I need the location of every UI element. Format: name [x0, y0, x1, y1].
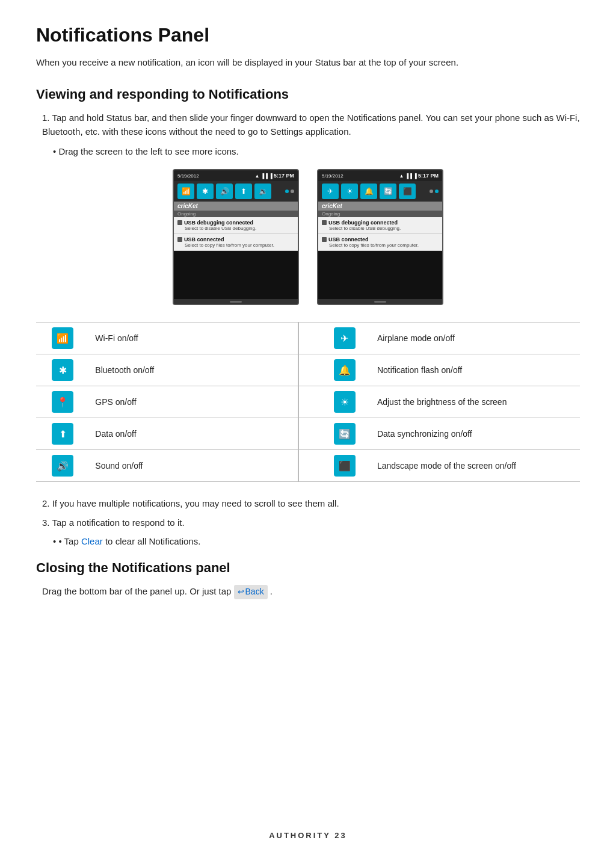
- closing-text-prefix: Drag the bottom bar of the panel up. Or …: [42, 586, 234, 596]
- vol-toggle-1: 🔉: [254, 184, 271, 199]
- back-label: Back: [245, 585, 264, 599]
- status-icons-right-2: ▲ ▐▐ ▐ 5:17 PM: [399, 173, 439, 179]
- label-airplane: Airplane mode on/off: [371, 323, 580, 354]
- bullet1-text: Drag the screen to the left to see more …: [36, 144, 580, 158]
- screenshots-row: 5/19/2012 ▲ ▐▐ ▐ 5:17 PM 📶 ✱ 🔊 ⬆ 🔉 cricK…: [36, 169, 580, 305]
- page-title: Notifications Panel: [36, 24, 580, 46]
- brightness-toggle-2: ☀: [341, 184, 358, 199]
- landscape-icon: ⬛: [334, 455, 356, 477]
- toggle-dots-2: [430, 190, 439, 193]
- label-brightness: Adjust the brightness of the screen: [371, 386, 580, 418]
- bullet2-suffix: to clear all Notifications.: [103, 536, 201, 546]
- status-icons-left-1: 5/19/2012: [177, 173, 199, 179]
- togglebar-2: ✈ ☀ 🔔 🔄 ⬛: [318, 181, 442, 202]
- step3-text: 3. Tap a notification to respond to it.: [36, 516, 580, 529]
- notif2-sub-2: Select to copy files to/from your comput…: [322, 242, 439, 248]
- carrier-2: cricKet: [318, 202, 442, 211]
- label-sound: Sound on/off: [89, 450, 298, 482]
- step1-text: 1. Tap and hold Status bar, and then sli…: [36, 111, 580, 139]
- icon-cell-datasync: 🔄: [318, 418, 371, 450]
- notif1-item-2: USB debugging connected Select to disabl…: [318, 217, 442, 234]
- wifi-icon: 📶: [52, 327, 73, 349]
- notif1-icon-2: [322, 220, 327, 225]
- notif1-sub-1: Select to disable USB debugging.: [177, 226, 294, 231]
- ongoing-label-2: Ongoing: [318, 211, 442, 217]
- closing-text-suffix: .: [270, 586, 273, 596]
- icons-table: 📶 Wi-Fi on/off ✈ Airplane mode on/off ✱ …: [36, 322, 580, 482]
- ongoing-label-1: Ongoing: [174, 211, 298, 217]
- label-bt: Bluetooth on/off: [89, 354, 298, 386]
- icon-cell-sound: 🔊: [36, 450, 89, 482]
- notif2-title-2: USB connected: [322, 236, 439, 242]
- label-gps: GPS on/off: [89, 386, 298, 418]
- status-icons-left-2: 5/19/2012: [322, 173, 343, 179]
- notif1-title-1: USB debugging connected: [177, 220, 294, 226]
- back-arrow-icon: ↩: [238, 586, 244, 598]
- notif2-title-1: USB connected: [177, 236, 294, 242]
- bottom-dot-1: [230, 301, 242, 303]
- bt-toggle-1: ✱: [197, 184, 214, 199]
- icon-cell-landscape: ⬛: [318, 450, 371, 482]
- back-button[interactable]: ↩ Back: [234, 585, 268, 599]
- status-time-2: 5:17 PM: [418, 173, 439, 179]
- page-footer: AUTHORITY 23: [0, 831, 616, 840]
- notif2-item-2: USB connected Select to copy files to/fr…: [318, 234, 442, 251]
- bottom-dot-2: [374, 301, 386, 303]
- dot-active-2: [435, 190, 439, 193]
- label-notifflash: Notification flash on/off: [371, 354, 580, 386]
- dot-inactive-2: [430, 190, 433, 193]
- icon-cell-notifflash: 🔔: [318, 354, 371, 386]
- data-icon: ⬆: [52, 423, 73, 445]
- bullet2-paragraph: • • Tap Clear to clear all Notifications…: [36, 534, 580, 548]
- icon-cell-gps: 📍: [36, 386, 89, 418]
- notif1-item-1: USB debugging connected Select to disabl…: [174, 217, 298, 234]
- data-sync-icon: 🔄: [334, 423, 356, 445]
- dot-inactive-1: [291, 190, 294, 193]
- icon-cell-bt: ✱: [36, 354, 89, 386]
- notif1-title-2: USB debugging connected: [322, 220, 439, 226]
- notif2-item-1: USB connected Select to copy files to/fr…: [174, 234, 298, 251]
- notif1-sub-2: Select to disable USB debugging.: [322, 226, 439, 231]
- notif2-sub-1: Select to copy files to/from your comput…: [177, 242, 294, 248]
- table-row: 🔊 Sound on/off ⬛ Landscape mode of the s…: [36, 450, 580, 482]
- bottom-bar-2: [318, 299, 442, 304]
- flash-toggle-2: 🔔: [360, 184, 377, 199]
- gps-icon: 📍: [52, 391, 73, 413]
- clear-link[interactable]: Clear: [81, 536, 103, 546]
- toggle-dots-1: [285, 190, 294, 193]
- screenshot-2: 5/19/2012 ▲ ▐▐ ▐ 5:17 PM ✈ ☀ 🔔 🔄 ⬛ cricK…: [317, 169, 443, 305]
- airplane-toggle-2: ✈: [322, 184, 339, 199]
- label-data: Data on/off: [89, 418, 298, 450]
- status-icons-right-1: ▲ ▐▐ ▐ 5:17 PM: [254, 173, 294, 179]
- bluetooth-icon: ✱: [52, 359, 73, 381]
- data-toggle-1: ⬆: [235, 184, 252, 199]
- brightness-icon: ☀: [334, 391, 356, 413]
- statusbar-2: 5/19/2012 ▲ ▐▐ ▐ 5:17 PM: [318, 170, 442, 181]
- airplane-icon: ✈: [334, 327, 356, 349]
- togglebar-1: 📶 ✱ 🔊 ⬆ 🔉: [174, 181, 298, 202]
- sync-toggle-2: 🔄: [380, 184, 396, 199]
- label-wifi: Wi-Fi on/off: [89, 323, 298, 354]
- notif1-icon-1: [177, 220, 182, 225]
- icon-cell-brightness: ☀: [318, 386, 371, 418]
- table-row: ✱ Bluetooth on/off 🔔 Notification flash …: [36, 354, 580, 386]
- step2-text: 2. If you have multiple notifications, y…: [36, 496, 580, 510]
- icon-cell-data: ⬆: [36, 418, 89, 450]
- table-row: ⬆ Data on/off 🔄 Data synchronizing on/of…: [36, 418, 580, 450]
- landscape-toggle-2: ⬛: [399, 184, 416, 199]
- statusbar-1: 5/19/2012 ▲ ▐▐ ▐ 5:17 PM: [174, 170, 298, 181]
- screenshot-1: 5/19/2012 ▲ ▐▐ ▐ 5:17 PM 📶 ✱ 🔊 ⬆ 🔉 cricK…: [173, 169, 299, 305]
- black-area-2: [318, 251, 442, 299]
- sound-toggle-1: 🔊: [216, 184, 233, 199]
- section1-heading: Viewing and responding to Notifications: [36, 87, 580, 102]
- wifi-toggle-1: 📶: [177, 184, 194, 199]
- label-datasync: Data synchronizing on/off: [371, 418, 580, 450]
- intro-paragraph: When you receive a new notification, an …: [36, 56, 580, 70]
- sound-icon: 🔊: [52, 455, 73, 477]
- table-row: 📍 GPS on/off ☀ Adjust the brightness of …: [36, 386, 580, 418]
- section2-heading: Closing the Notifications panel: [36, 560, 580, 576]
- carrier-1: cricKet: [174, 202, 298, 211]
- bullet2-prefix: • Tap: [58, 536, 81, 546]
- status-time-1: 5:17 PM: [274, 173, 294, 179]
- bottom-bar-1: [174, 299, 298, 304]
